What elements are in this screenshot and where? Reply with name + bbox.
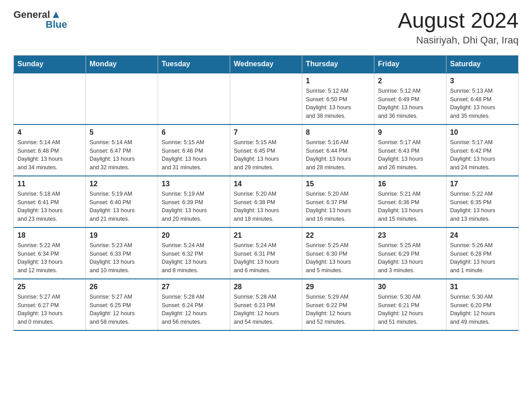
day-info: Sunrise: 5:14 AMSunset: 6:47 PMDaylight:… <box>90 138 154 172</box>
day-info: Sunrise: 5:15 AMSunset: 6:45 PMDaylight:… <box>234 138 298 172</box>
day-number: 27 <box>162 283 226 291</box>
day-info: Sunrise: 5:29 AMSunset: 6:22 PMDaylight:… <box>306 293 370 326</box>
day-info: Sunrise: 5:27 AMSunset: 6:25 PMDaylight:… <box>90 293 154 326</box>
day-number: 25 <box>17 283 82 291</box>
svg-marker-0 <box>53 12 59 18</box>
calendar-week-row: 18Sunrise: 5:22 AMSunset: 6:34 PMDayligh… <box>14 227 519 279</box>
calendar-cell: 20Sunrise: 5:24 AMSunset: 6:32 PMDayligh… <box>158 227 230 279</box>
calendar-cell: 3Sunrise: 5:13 AMSunset: 6:48 PMDaylight… <box>446 73 519 124</box>
calendar-cell: 11Sunrise: 5:18 AMSunset: 6:41 PMDayligh… <box>14 176 86 227</box>
calendar-cell <box>158 73 230 124</box>
day-number: 9 <box>378 128 442 137</box>
day-info: Sunrise: 5:19 AMSunset: 6:39 PMDaylight:… <box>162 190 226 223</box>
day-info: Sunrise: 5:13 AMSunset: 6:48 PMDaylight:… <box>450 87 515 120</box>
calendar-title: August 2024 <box>398 9 519 33</box>
calendar-cell: 21Sunrise: 5:24 AMSunset: 6:31 PMDayligh… <box>230 227 302 279</box>
day-info: Sunrise: 5:14 AMSunset: 6:48 PMDaylight:… <box>17 138 82 172</box>
day-info: Sunrise: 5:28 AMSunset: 6:24 PMDaylight:… <box>162 293 226 326</box>
day-of-week-header: Wednesday <box>230 55 302 73</box>
day-info: Sunrise: 5:17 AMSunset: 6:42 PMDaylight:… <box>450 138 515 172</box>
calendar-week-row: 4Sunrise: 5:14 AMSunset: 6:48 PMDaylight… <box>14 124 519 176</box>
day-info: Sunrise: 5:20 AMSunset: 6:37 PMDaylight:… <box>306 190 370 223</box>
day-number: 12 <box>90 180 154 188</box>
day-number: 10 <box>450 128 515 137</box>
calendar-cell <box>14 73 86 124</box>
calendar-cell <box>230 73 302 124</box>
calendar-cell: 22Sunrise: 5:25 AMSunset: 6:30 PMDayligh… <box>302 227 374 279</box>
day-info: Sunrise: 5:12 AMSunset: 6:49 PMDaylight:… <box>378 87 442 120</box>
day-info: Sunrise: 5:26 AMSunset: 6:28 PMDaylight:… <box>450 241 515 275</box>
calendar-subtitle: Nasiriyah, Dhi Qar, Iraq <box>398 34 519 46</box>
day-info: Sunrise: 5:25 AMSunset: 6:29 PMDaylight:… <box>378 241 442 275</box>
day-number: 7 <box>234 128 298 137</box>
day-number: 14 <box>234 180 298 188</box>
logo-triangle-icon <box>51 10 61 20</box>
calendar-cell: 6Sunrise: 5:15 AMSunset: 6:46 PMDaylight… <box>158 124 230 176</box>
day-info: Sunrise: 5:24 AMSunset: 6:32 PMDaylight:… <box>162 241 226 275</box>
day-info: Sunrise: 5:21 AMSunset: 6:36 PMDaylight:… <box>378 190 442 223</box>
calendar-table: SundayMondayTuesdayWednesdayThursdayFrid… <box>13 55 519 331</box>
day-of-week-header: Monday <box>86 55 158 73</box>
logo: General Blue <box>13 9 67 30</box>
calendar-cell: 24Sunrise: 5:26 AMSunset: 6:28 PMDayligh… <box>446 227 519 279</box>
day-number: 16 <box>378 180 442 188</box>
day-number: 23 <box>378 231 442 240</box>
calendar-cell: 26Sunrise: 5:27 AMSunset: 6:25 PMDayligh… <box>86 279 158 330</box>
day-of-week-header: Tuesday <box>158 55 230 73</box>
calendar-cell: 17Sunrise: 5:22 AMSunset: 6:35 PMDayligh… <box>446 176 519 227</box>
calendar-cell: 9Sunrise: 5:17 AMSunset: 6:43 PMDaylight… <box>374 124 446 176</box>
calendar-cell: 5Sunrise: 5:14 AMSunset: 6:47 PMDaylight… <box>86 124 158 176</box>
day-info: Sunrise: 5:30 AMSunset: 6:21 PMDaylight:… <box>378 293 442 326</box>
page-header: General Blue August 2024 Nasiriyah, Dhi … <box>13 9 519 46</box>
calendar-cell: 2Sunrise: 5:12 AMSunset: 6:49 PMDaylight… <box>374 73 446 124</box>
day-info: Sunrise: 5:19 AMSunset: 6:40 PMDaylight:… <box>90 190 154 223</box>
day-info: Sunrise: 5:22 AMSunset: 6:34 PMDaylight:… <box>17 241 82 275</box>
day-number: 29 <box>306 283 370 291</box>
calendar-week-row: 1Sunrise: 5:12 AMSunset: 6:50 PMDaylight… <box>14 73 519 124</box>
day-number: 19 <box>90 231 154 240</box>
calendar-cell: 23Sunrise: 5:25 AMSunset: 6:29 PMDayligh… <box>374 227 446 279</box>
day-of-week-header: Saturday <box>446 55 519 73</box>
calendar-cell: 1Sunrise: 5:12 AMSunset: 6:50 PMDaylight… <box>302 73 374 124</box>
day-info: Sunrise: 5:18 AMSunset: 6:41 PMDaylight:… <box>17 190 82 223</box>
day-number: 18 <box>17 231 82 240</box>
day-info: Sunrise: 5:12 AMSunset: 6:50 PMDaylight:… <box>306 87 370 120</box>
day-of-week-header: Sunday <box>14 55 86 73</box>
day-number: 6 <box>162 128 226 137</box>
day-info: Sunrise: 5:15 AMSunset: 6:46 PMDaylight:… <box>162 138 226 172</box>
calendar-cell: 31Sunrise: 5:30 AMSunset: 6:20 PMDayligh… <box>446 279 519 330</box>
calendar-cell: 7Sunrise: 5:15 AMSunset: 6:45 PMDaylight… <box>230 124 302 176</box>
calendar-cell: 18Sunrise: 5:22 AMSunset: 6:34 PMDayligh… <box>14 227 86 279</box>
day-number: 11 <box>17 180 82 188</box>
day-number: 17 <box>450 180 515 188</box>
calendar-cell: 8Sunrise: 5:16 AMSunset: 6:44 PMDaylight… <box>302 124 374 176</box>
day-info: Sunrise: 5:16 AMSunset: 6:44 PMDaylight:… <box>306 138 370 172</box>
day-info: Sunrise: 5:23 AMSunset: 6:33 PMDaylight:… <box>90 241 154 275</box>
calendar-cell: 28Sunrise: 5:28 AMSunset: 6:23 PMDayligh… <box>230 279 302 330</box>
day-number: 5 <box>90 128 154 137</box>
day-number: 24 <box>450 231 515 240</box>
day-info: Sunrise: 5:24 AMSunset: 6:31 PMDaylight:… <box>234 241 298 275</box>
day-info: Sunrise: 5:17 AMSunset: 6:43 PMDaylight:… <box>378 138 442 172</box>
calendar-cell: 25Sunrise: 5:27 AMSunset: 6:27 PMDayligh… <box>14 279 86 330</box>
calendar-cell: 13Sunrise: 5:19 AMSunset: 6:39 PMDayligh… <box>158 176 230 227</box>
calendar-cell: 16Sunrise: 5:21 AMSunset: 6:36 PMDayligh… <box>374 176 446 227</box>
day-number: 20 <box>162 231 226 240</box>
logo-blue-text: Blue <box>46 19 67 30</box>
calendar-cell: 15Sunrise: 5:20 AMSunset: 6:37 PMDayligh… <box>302 176 374 227</box>
day-of-week-header: Friday <box>374 55 446 73</box>
calendar-week-row: 25Sunrise: 5:27 AMSunset: 6:27 PMDayligh… <box>14 279 519 330</box>
calendar-cell: 30Sunrise: 5:30 AMSunset: 6:21 PMDayligh… <box>374 279 446 330</box>
calendar-cell: 19Sunrise: 5:23 AMSunset: 6:33 PMDayligh… <box>86 227 158 279</box>
day-number: 21 <box>234 231 298 240</box>
calendar-cell: 14Sunrise: 5:20 AMSunset: 6:38 PMDayligh… <box>230 176 302 227</box>
day-info: Sunrise: 5:27 AMSunset: 6:27 PMDaylight:… <box>17 293 82 326</box>
calendar-cell: 4Sunrise: 5:14 AMSunset: 6:48 PMDaylight… <box>14 124 86 176</box>
calendar-cell: 12Sunrise: 5:19 AMSunset: 6:40 PMDayligh… <box>86 176 158 227</box>
day-number: 28 <box>234 283 298 291</box>
calendar-cell: 10Sunrise: 5:17 AMSunset: 6:42 PMDayligh… <box>446 124 519 176</box>
day-number: 30 <box>378 283 442 291</box>
day-info: Sunrise: 5:22 AMSunset: 6:35 PMDaylight:… <box>450 190 515 223</box>
day-number: 8 <box>306 128 370 137</box>
day-number: 1 <box>306 77 370 85</box>
